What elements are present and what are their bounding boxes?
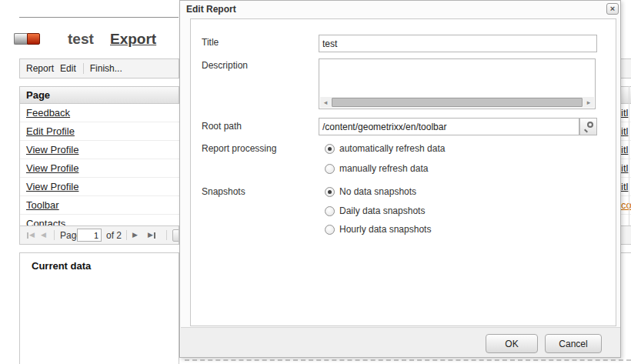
current-data-heading: Current data — [32, 260, 179, 272]
prev-page-icon[interactable]: ◀ — [41, 226, 46, 244]
radio-unselected-icon — [325, 164, 335, 174]
table-row: View Profile — [20, 159, 179, 178]
radio-auto-refresh[interactable]: automatically refresh data — [325, 143, 445, 154]
table-row: co — [621, 196, 631, 215]
toolbar-report-menu[interactable]: Report — [26, 63, 54, 74]
table-row: Toolbar — [20, 196, 179, 215]
table-row: itl — [621, 159, 631, 178]
scroll-right-icon[interactable]: ▸ — [583, 97, 594, 108]
radio-manual-refresh[interactable]: manually refresh data — [325, 163, 428, 174]
radio-hourly-snapshots[interactable]: Hourly data snapshots — [325, 224, 431, 235]
pagination-bar: ◀ ◀ Page of 2 ▶ ▶ — [19, 225, 179, 245]
screen: test Export Report Edit Finish... Page F… — [0, 0, 631, 364]
radio-label: automatically refresh data — [339, 143, 445, 154]
cancel-button[interactable]: Cancel — [545, 334, 602, 353]
table-row: Edit Profile — [20, 122, 179, 141]
table-row: itl — [621, 141, 631, 159]
scrollbar-thumb[interactable] — [332, 98, 583, 107]
page-link[interactable]: Toolbar — [26, 199, 59, 211]
radio-daily-snapshots[interactable]: Daily data snapshots — [325, 205, 425, 216]
pagination-fragment — [621, 225, 631, 245]
link-fragment[interactable]: co — [621, 199, 631, 211]
pagination-separator — [126, 230, 127, 240]
search-icon — [583, 122, 593, 132]
root-path-input[interactable] — [319, 118, 579, 135]
refresh-icon[interactable] — [172, 229, 179, 242]
description-textarea[interactable]: ◂ ▸ — [319, 58, 596, 109]
page-link[interactable]: Edit Profile — [26, 125, 75, 137]
table-row: View Profile — [20, 141, 179, 159]
toolbar-finish-button[interactable]: Finish... — [90, 63, 122, 74]
table-row: itl — [621, 122, 631, 141]
link-fragment[interactable]: itl — [621, 107, 628, 119]
toolbar-separator — [83, 63, 84, 74]
horizontal-scrollbar: ◂ ▸ — [320, 97, 594, 108]
dialog-title: Edit Report — [186, 4, 236, 15]
logo-right-half — [27, 33, 40, 45]
radio-selected-icon — [325, 187, 335, 197]
table-row: itl — [621, 104, 631, 122]
next-page-icon[interactable]: ▶ — [132, 226, 138, 244]
table-row: Feedback — [20, 104, 179, 122]
first-page-icon[interactable]: ◀ — [26, 226, 35, 244]
root-path-field-label: Root path — [202, 121, 242, 132]
export-link[interactable]: Export — [110, 31, 156, 48]
current-data-panel: Current data — [19, 252, 179, 364]
grid-fragment-rows: itl itl itl itl itl co — [621, 104, 631, 215]
top-divider — [19, 17, 179, 18]
path-browse-button[interactable] — [579, 118, 597, 135]
page-link[interactable]: View Profile — [26, 144, 78, 155]
link-fragment[interactable]: itl — [621, 125, 628, 137]
description-field-label: Description — [202, 60, 248, 71]
pagination-separator — [166, 230, 167, 240]
grid-header-fragment — [621, 86, 631, 104]
last-page-icon[interactable]: ▶ — [148, 226, 156, 244]
title-input[interactable] — [319, 35, 597, 52]
radio-selected-icon — [325, 144, 335, 154]
radio-no-snapshots[interactable]: No data snapshots — [325, 186, 416, 197]
grid-column-header[interactable]: Page — [20, 86, 179, 104]
edit-report-dialog: Edit Report × Title Description ◂ ▸ Root… — [179, 0, 621, 358]
snapshots-label: Snapshots — [202, 186, 245, 197]
report-processing-label: Report processing — [202, 143, 276, 154]
grid-column-header-label: Page — [26, 89, 50, 101]
link-fragment[interactable]: itl — [621, 181, 628, 192]
toolbar-edit-menu[interactable]: Edit — [60, 63, 76, 74]
page-link[interactable]: View Profile — [26, 162, 78, 174]
table-row: itl — [621, 178, 631, 196]
radio-label: No data snapshots — [339, 186, 416, 197]
dialog-bottom-dashed-edge — [185, 359, 631, 361]
link-fragment[interactable]: itl — [621, 144, 628, 155]
radio-unselected-icon — [325, 225, 335, 235]
scroll-left-icon[interactable]: ◂ — [320, 97, 331, 108]
pagination-separator — [54, 230, 55, 240]
ok-button[interactable]: OK — [486, 334, 538, 353]
cq-switch-logo-icon — [14, 33, 40, 45]
title-field-label: Title — [202, 37, 219, 48]
dialog-footer: OK Cancel — [181, 327, 620, 357]
page-of-label: of 2 — [106, 226, 122, 244]
table-row: Contacts — [20, 215, 179, 225]
page-link[interactable]: Contacts — [26, 218, 65, 225]
logo-left-half — [14, 33, 27, 45]
current-data-panel-fragment — [621, 252, 631, 364]
report-page-title: test — [68, 31, 94, 48]
radio-label: Daily data snapshots — [339, 205, 425, 216]
column-border-fragment — [629, 86, 629, 225]
radio-label: Hourly data snapshots — [339, 224, 431, 235]
report-toolbar: Report Edit Finish... — [19, 58, 179, 78]
page-link[interactable]: View Profile — [26, 181, 78, 192]
radio-label: manually refresh data — [339, 163, 428, 174]
close-icon[interactable]: × — [606, 3, 619, 15]
page-link[interactable]: Feedback — [26, 107, 70, 119]
toolbar-fragment — [621, 58, 631, 78]
table-row: View Profile — [20, 178, 179, 196]
link-fragment[interactable]: itl — [621, 162, 628, 174]
page-number-input[interactable] — [77, 229, 102, 242]
report-grid: Page Feedback Edit Profile View Profile … — [19, 86, 179, 225]
radio-unselected-icon — [325, 206, 335, 216]
